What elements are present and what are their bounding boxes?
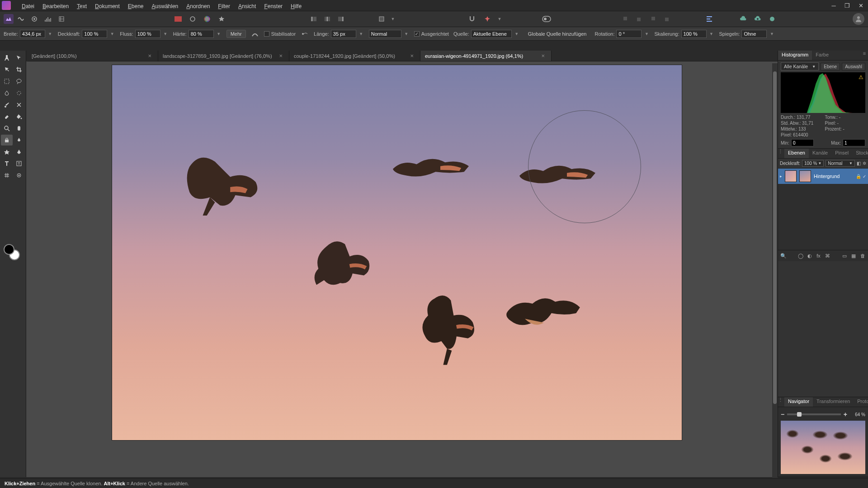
tab-history[interactable]: Protokoll [854, 397, 868, 407]
dodge-tool[interactable] [14, 123, 25, 134]
window-close[interactable]: ✕ [855, 1, 866, 10]
move-tool[interactable] [14, 52, 25, 63]
align-panel-icon[interactable] [703, 13, 716, 25]
width-input[interactable] [20, 30, 45, 38]
histogram-warning-icon[interactable]: ⚠ [859, 74, 863, 80]
tab-channels[interactable]: Kanäle [809, 149, 831, 158]
color-replace-tool[interactable] [14, 99, 25, 110]
layer-name[interactable]: Hintergrund [814, 174, 853, 179]
cloud-sync-icon[interactable] [737, 13, 750, 25]
mask-icon[interactable]: ◯ [797, 252, 804, 259]
document-tab-2[interactable]: couple-1718244_1920.jpg [Geändert] (50,0… [289, 51, 420, 61]
canvas-viewport[interactable] [26, 61, 778, 477]
layer-blend-select[interactable]: Normal▼ [826, 160, 855, 167]
document-tab-0[interactable]: [Geändert] (100,0%)× [27, 51, 158, 61]
cloud-share-icon[interactable] [766, 13, 778, 25]
fill-tool[interactable] [14, 111, 25, 122]
pressure-size-icon[interactable] [250, 29, 259, 38]
zoom-out-icon[interactable]: − [781, 411, 784, 418]
tab-close-icon[interactable]: × [277, 52, 284, 59]
document-canvas[interactable] [112, 65, 682, 440]
quick-mask-icon[interactable] [540, 13, 553, 25]
layer-row-background[interactable]: ▸ Hintergrund 🔒✓ [778, 169, 868, 184]
window-restore[interactable]: ❐ [842, 1, 853, 10]
delete-layer-icon[interactable]: 🗑 [859, 252, 866, 259]
more-button[interactable]: Mehr [226, 30, 246, 38]
arrange-left-icon[interactable] [307, 13, 320, 25]
user-avatar[interactable] [853, 13, 864, 25]
order-forward-icon[interactable] [646, 13, 659, 25]
max-input[interactable] [843, 139, 865, 146]
text-frame-tool[interactable] [14, 158, 25, 169]
layer-cog-icon[interactable]: ✲ [863, 161, 866, 166]
arrange-right-icon[interactable] [335, 13, 347, 25]
rotation-input[interactable] [616, 30, 642, 38]
menu-filter[interactable]: Filter [214, 2, 234, 10]
persona-liquify[interactable] [14, 13, 27, 25]
layer-visible-icon[interactable]: ✓ [863, 174, 866, 179]
snap-toggle-icon[interactable] [466, 13, 478, 25]
mirror-dropdown[interactable]: ▼ [769, 30, 775, 38]
assistant-dropdown[interactable]: ▼ [496, 15, 503, 23]
zoom-slider[interactable] [787, 413, 841, 415]
tab-stock[interactable]: Stock [852, 149, 868, 158]
persona-export[interactable] [55, 13, 68, 25]
text-tool[interactable] [1, 158, 13, 169]
color-format-rgb[interactable] [172, 13, 184, 25]
histogram-layer-btn[interactable]: Ebene [821, 63, 840, 70]
tab-close-icon[interactable]: × [408, 52, 415, 59]
flow-input[interactable] [135, 30, 160, 38]
foreground-color[interactable] [4, 244, 14, 255]
flood-select-tool[interactable] [1, 88, 13, 99]
tab-color[interactable]: Farbe [812, 51, 832, 60]
zoom-in-icon[interactable]: + [844, 411, 847, 418]
flow-dropdown[interactable]: ▼ [162, 30, 169, 38]
layer-lock-icon[interactable]: 🔒 [856, 174, 861, 179]
canvas-scroll-vertical[interactable] [772, 63, 778, 479]
navigator-preview[interactable] [781, 421, 865, 474]
paint-brush-tool[interactable] [1, 99, 13, 110]
target-select-icon[interactable] [375, 13, 388, 25]
menu-dokument[interactable]: Dokument [91, 2, 123, 10]
hardness-input[interactable] [189, 30, 214, 38]
layer-search-icon[interactable]: 🔍 [780, 252, 787, 259]
erase-tool[interactable] [1, 111, 13, 122]
tab-layers[interactable]: Ebenen [784, 149, 809, 158]
length-dropdown[interactable]: ▼ [358, 30, 364, 38]
opacity-dropdown[interactable]: ▼ [109, 30, 115, 38]
rope-mode-icon[interactable] [300, 29, 309, 38]
zoom-tool[interactable] [1, 123, 13, 134]
live-filter-icon[interactable]: ⌘ [824, 252, 831, 259]
persona-tone[interactable] [42, 13, 54, 25]
clone-tool[interactable] [1, 135, 13, 145]
layers-collapse-icon[interactable]: ⋮⋮ [778, 149, 784, 158]
view-tool[interactable] [1, 52, 13, 63]
blend-mode-select[interactable] [369, 30, 401, 38]
mesh-tool[interactable] [1, 170, 13, 181]
arrange-center-icon[interactable] [321, 13, 334, 25]
histogram-menu-icon[interactable]: ≡ [861, 51, 868, 60]
color-picker-icon[interactable] [186, 13, 199, 25]
min-input[interactable] [791, 139, 814, 146]
persona-develop[interactable] [28, 13, 41, 25]
lasso-tool[interactable] [14, 76, 25, 87]
scale-input[interactable] [681, 30, 707, 38]
color-wheel-icon[interactable] [201, 13, 213, 25]
cloud-add-icon[interactable] [751, 13, 764, 25]
tab-close-icon[interactable]: × [146, 52, 153, 59]
histogram-selection-btn[interactable]: Auswahl [842, 63, 865, 70]
auto-contrast-icon[interactable] [215, 13, 228, 25]
width-dropdown[interactable]: ▼ [47, 30, 53, 38]
crop-tool[interactable] [14, 64, 25, 75]
assistant-icon[interactable] [481, 13, 494, 25]
menu-ansicht[interactable]: Ansicht [235, 2, 259, 10]
menu-ebene[interactable]: Ebene [124, 2, 147, 10]
menu-text[interactable]: Text [73, 2, 90, 10]
tab-histogram[interactable]: Histogramm [778, 51, 812, 60]
color-swatches[interactable] [4, 244, 20, 260]
menu-auswählen[interactable]: Auswählen [148, 2, 182, 10]
mirror-select[interactable] [741, 30, 767, 38]
selection-tool[interactable] [1, 64, 13, 75]
shape-tool[interactable] [1, 146, 13, 157]
brush-select-tool[interactable] [14, 88, 25, 99]
